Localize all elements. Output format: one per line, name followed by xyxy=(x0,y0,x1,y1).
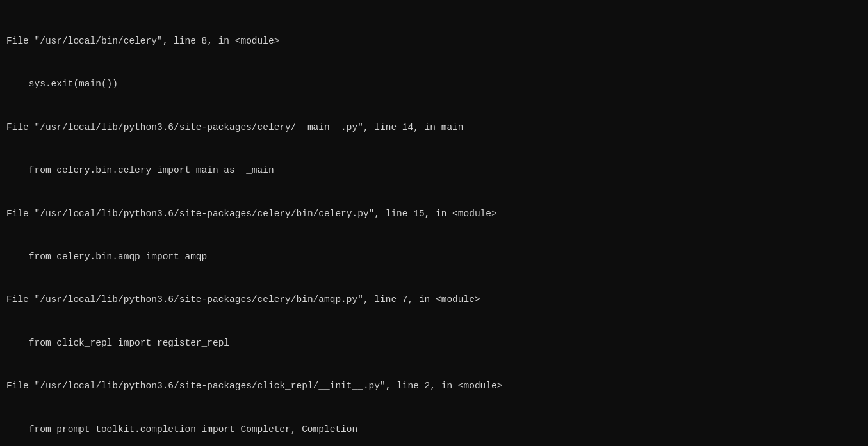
line-8: from click_repl import register_repl xyxy=(6,336,862,350)
line-1: File "/usr/local/bin/celery", line 8, in… xyxy=(6,34,862,48)
line-6: from celery.bin.amqp import amqp xyxy=(6,250,862,264)
line-9: File "/usr/local/lib/python3.6/site-pack… xyxy=(6,379,862,393)
terminal-output: File "/usr/local/bin/celery", line 8, in… xyxy=(6,5,862,446)
line-4: from celery.bin.celery import main as _m… xyxy=(6,163,862,177)
line-2: sys.exit(main()) xyxy=(6,77,862,91)
line-3: File "/usr/local/lib/python3.6/site-pack… xyxy=(6,120,862,134)
terminal-window[interactable]: File "/usr/local/bin/celery", line 8, in… xyxy=(0,0,868,446)
line-5: File "/usr/local/lib/python3.6/site-pack… xyxy=(6,207,862,221)
line-10: from prompt_toolkit.completion import Co… xyxy=(6,422,862,436)
line-7: File "/usr/local/lib/python3.6/site-pack… xyxy=(6,292,862,307)
